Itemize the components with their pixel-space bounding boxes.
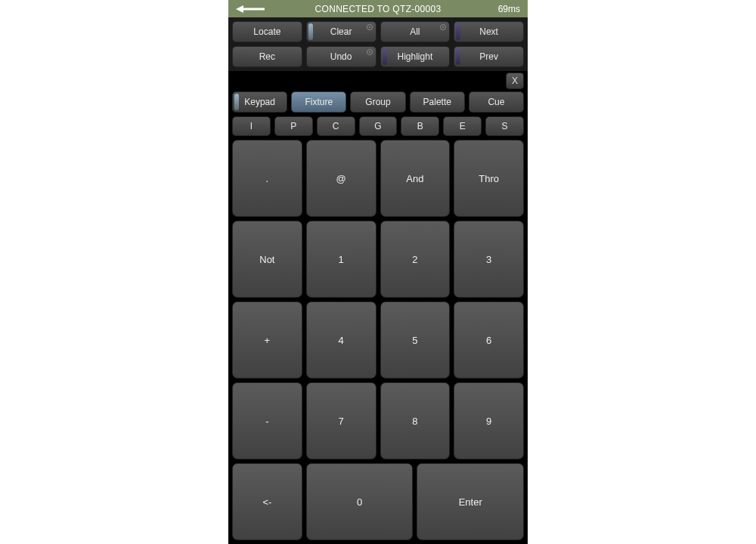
top-toolbar: Locate Clear All Next Rec Undo Highlight…: [228, 17, 528, 71]
key-dot[interactable]: .: [232, 140, 302, 217]
clear-button[interactable]: Clear: [306, 21, 376, 42]
key-6[interactable]: 6: [454, 301, 524, 379]
latency-readout: 69ms: [498, 4, 520, 14]
key-1[interactable]: 1: [306, 221, 376, 298]
key-0[interactable]: 0: [306, 463, 414, 540]
prev-button[interactable]: Prev: [454, 46, 524, 67]
all-button[interactable]: All: [380, 21, 451, 42]
app-root: CONNECTED TO QTZ-00003 69ms Locate Clear…: [228, 0, 528, 544]
key-label: 9: [486, 416, 491, 427]
edge-indicator-icon: [456, 23, 460, 40]
key-label: 6: [486, 335, 491, 346]
highlight-label: Highlight: [398, 51, 433, 62]
key-not[interactable]: Not: [232, 221, 302, 298]
key-label: 1: [339, 254, 344, 265]
next-button[interactable]: Next: [454, 21, 524, 42]
key-minus[interactable]: -: [232, 382, 302, 459]
locate-label: Locate: [253, 26, 280, 37]
locate-button[interactable]: Locate: [232, 21, 302, 42]
attr-s-button[interactable]: S: [485, 116, 524, 136]
key-label: Enter: [459, 496, 482, 508]
undo-label: Undo: [330, 51, 352, 62]
key-thro[interactable]: Thro: [454, 140, 524, 217]
key-label: Not: [259, 254, 274, 265]
status-bar: CONNECTED TO QTZ-00003 69ms: [228, 0, 528, 17]
toolbar-row-2: Rec Undo Highlight Prev: [232, 46, 524, 67]
key-label: 4: [339, 335, 344, 346]
tab-label: Palette: [423, 97, 451, 107]
rec-button[interactable]: Rec: [232, 46, 302, 67]
attr-label: P: [290, 121, 296, 131]
key-5[interactable]: 5: [380, 301, 451, 379]
close-label: X: [512, 76, 518, 86]
svg-marker-1: [236, 5, 243, 13]
edge-indicator-icon: [456, 48, 460, 65]
key-label: 5: [412, 335, 417, 346]
close-button[interactable]: X: [506, 73, 524, 89]
attr-b-button[interactable]: B: [401, 116, 439, 136]
key-7[interactable]: 7: [306, 382, 376, 459]
key-label: @: [336, 173, 346, 184]
key-label: 7: [339, 416, 344, 427]
key-label: 0: [357, 496, 362, 508]
tab-fixture[interactable]: Fixture: [291, 91, 346, 113]
attr-c-button[interactable]: C: [317, 116, 355, 136]
key-and[interactable]: And: [380, 140, 451, 217]
keypad-row: <- 0 Enter: [232, 463, 524, 540]
attr-p-button[interactable]: P: [274, 116, 313, 136]
key-2[interactable]: 2: [380, 221, 451, 298]
connection-title: CONNECTED TO QTZ-00003: [228, 4, 528, 14]
all-label: All: [410, 26, 420, 37]
tab-keypad[interactable]: Keypad: [232, 91, 287, 113]
toolbar-row-1: Locate Clear All Next: [232, 21, 524, 42]
tab-label: Cue: [488, 97, 504, 107]
key-backspace[interactable]: <-: [232, 463, 302, 540]
tab-group[interactable]: Group: [350, 91, 405, 113]
key-label: And: [406, 173, 423, 184]
key-plus[interactable]: +: [232, 301, 302, 379]
attr-label: G: [374, 121, 381, 131]
view-tabs: Keypad Fixture Group Palette Cue: [232, 91, 524, 116]
key-label: -: [265, 416, 268, 427]
edge-indicator-icon: [234, 94, 239, 110]
hold-options-icon: [367, 24, 373, 30]
attr-i-button[interactable]: I: [232, 116, 271, 136]
attr-label: E: [460, 121, 466, 131]
key-3[interactable]: 3: [454, 221, 524, 298]
keypad-row: + 4 5 6: [232, 301, 524, 379]
hold-options-icon: [367, 49, 373, 55]
mid-section: X Keypad Fixture Group Palette Cue I P C…: [228, 71, 528, 140]
key-label: 3: [486, 254, 491, 265]
close-row: X: [232, 71, 524, 91]
key-at[interactable]: @: [306, 140, 376, 217]
attr-label: B: [417, 121, 423, 131]
back-arrow-icon[interactable]: [236, 5, 266, 14]
key-8[interactable]: 8: [380, 382, 451, 459]
next-label: Next: [479, 26, 498, 37]
keypad-row: . @ And Thro: [232, 140, 524, 217]
key-9[interactable]: 9: [454, 382, 524, 459]
key-label: .: [266, 173, 269, 184]
tab-palette[interactable]: Palette: [410, 91, 465, 113]
edge-indicator-icon: [308, 23, 313, 40]
keypad-row: - 7 8 9: [232, 382, 524, 459]
tab-label: Fixture: [305, 97, 333, 107]
tab-label: Group: [365, 97, 390, 107]
key-enter[interactable]: Enter: [417, 463, 524, 540]
key-label: +: [265, 335, 271, 346]
tab-cue[interactable]: Cue: [469, 91, 524, 113]
attr-g-button[interactable]: G: [359, 116, 398, 136]
highlight-button[interactable]: Highlight: [380, 46, 451, 67]
key-4[interactable]: 4: [306, 301, 376, 379]
key-label: 2: [412, 254, 417, 265]
attr-label: I: [250, 121, 253, 131]
hold-options-icon: [440, 24, 446, 30]
key-label: Thro: [479, 173, 499, 184]
undo-button[interactable]: Undo: [306, 46, 376, 67]
edge-indicator-icon: [383, 48, 387, 65]
key-label: <-: [262, 496, 271, 508]
attribute-buttons: I P C G B E S: [232, 116, 524, 140]
attr-label: C: [333, 121, 339, 131]
attr-e-button[interactable]: E: [443, 116, 482, 136]
keypad-row: Not 1 2 3: [232, 221, 524, 298]
